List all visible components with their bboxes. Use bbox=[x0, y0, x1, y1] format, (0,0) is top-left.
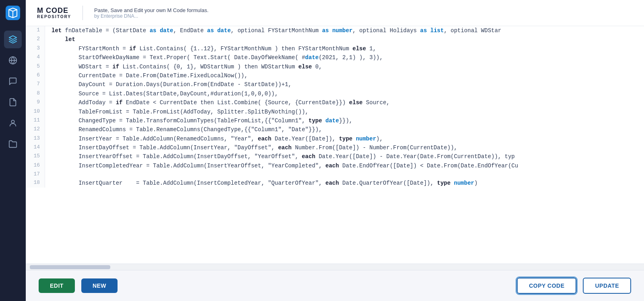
code-container: 1let fnDateTable = (StartDate as date, E… bbox=[26, 26, 644, 270]
line-number: 18 bbox=[26, 179, 45, 188]
header-description: Paste, Save and Edit your own M Code for… bbox=[94, 7, 208, 19]
line-number: 16 bbox=[26, 161, 45, 170]
line-code: FYStartMonth = if List.Contains( {1..12}… bbox=[45, 44, 644, 53]
line-number: 15 bbox=[26, 152, 45, 161]
line-number: 12 bbox=[26, 125, 45, 134]
line-number: 2 bbox=[26, 35, 45, 44]
update-button[interactable]: UPDATE bbox=[583, 278, 631, 294]
line-number: 13 bbox=[26, 134, 45, 143]
line-code: RenamedColumns = Table.RenameColumns(Cha… bbox=[45, 125, 644, 134]
code-table: 1let fnDateTable = (StartDate as date, E… bbox=[26, 26, 644, 188]
line-number: 5 bbox=[26, 62, 45, 71]
line-number: 4 bbox=[26, 53, 45, 62]
line-code: DayCount = Duration.Days(Duration.From(E… bbox=[45, 80, 644, 89]
header-divider bbox=[83, 6, 83, 20]
horizontal-scrollbar-thumb[interactable] bbox=[30, 265, 110, 269]
sidebar-item-layers[interactable] bbox=[4, 31, 22, 48]
line-code: InsertYear = Table.AddColumn(RenamedColu… bbox=[45, 134, 644, 143]
horizontal-scrollbar[interactable] bbox=[26, 264, 644, 270]
line-code bbox=[45, 170, 644, 179]
line-number: 17 bbox=[26, 170, 45, 179]
header-logo: M CODE REPOSITORY bbox=[37, 7, 71, 19]
logo-subtitle: REPOSITORY bbox=[37, 14, 71, 19]
sidebar-item-user[interactable] bbox=[4, 114, 22, 132]
sidebar bbox=[0, 0, 26, 301]
line-code: StartOfWeekDayName = Text.Proper( Text.S… bbox=[45, 53, 644, 62]
line-code: InsertQuarter = Table.AddColumn(InsertCo… bbox=[45, 179, 644, 188]
svg-marker-1 bbox=[9, 36, 17, 39]
line-number: 1 bbox=[26, 26, 45, 35]
logo-title: M CODE bbox=[37, 7, 71, 15]
line-code: InsertCompletedYear = Table.AddColumn(In… bbox=[45, 161, 644, 170]
header-desc-sub: by Enterprise DNA... bbox=[94, 13, 208, 19]
line-number: 7 bbox=[26, 80, 45, 89]
line-number: 6 bbox=[26, 71, 45, 80]
line-number: 10 bbox=[26, 107, 45, 116]
line-code: Source = List.Dates(StartDate,DayCount,#… bbox=[45, 89, 644, 98]
line-code: InsertYearOffset = Table.AddColumn(Inser… bbox=[45, 152, 644, 161]
line-code: TableFromList = Table.FromList(AddToday,… bbox=[45, 107, 644, 116]
svg-point-4 bbox=[11, 120, 14, 123]
app-logo bbox=[5, 5, 21, 21]
line-code: CurrentDate = Date.From(DateTime.FixedLo… bbox=[45, 71, 644, 80]
edit-button[interactable]: EDIT bbox=[39, 278, 75, 293]
header-desc-main: Paste, Save and Edit your own M Code for… bbox=[94, 7, 208, 13]
line-number: 14 bbox=[26, 143, 45, 152]
line-number: 11 bbox=[26, 116, 45, 125]
line-code: let fnDateTable = (StartDate as date, En… bbox=[45, 26, 644, 35]
bottom-toolbar: EDIT NEW COPY CODE UPDATE bbox=[26, 270, 644, 301]
line-code: ChangedType = Table.TransformColumnTypes… bbox=[45, 116, 644, 125]
sidebar-item-globe[interactable] bbox=[4, 52, 22, 69]
sidebar-item-chat[interactable] bbox=[4, 72, 22, 90]
sidebar-item-document[interactable] bbox=[4, 93, 22, 111]
line-number: 9 bbox=[26, 98, 45, 107]
new-button[interactable]: NEW bbox=[81, 278, 118, 293]
line-code: InsertDayOffset = Table.AddColumn(Insert… bbox=[45, 143, 644, 152]
code-scroll-area[interactable]: 1let fnDateTable = (StartDate as date, E… bbox=[26, 26, 644, 264]
line-code: AddToday = if EndDate < CurrentDate then… bbox=[45, 98, 644, 107]
line-code: let bbox=[45, 35, 644, 44]
sidebar-item-folder[interactable] bbox=[4, 135, 22, 153]
copy-code-button[interactable]: COPY CODE bbox=[517, 278, 576, 294]
line-number: 3 bbox=[26, 44, 45, 53]
line-code: WDStart = if List.Contains( {0, 1}, WDSt… bbox=[45, 62, 644, 71]
main-content: M CODE REPOSITORY Paste, Save and Edit y… bbox=[26, 0, 644, 301]
header: M CODE REPOSITORY Paste, Save and Edit y… bbox=[26, 0, 644, 26]
line-number: 8 bbox=[26, 89, 45, 98]
